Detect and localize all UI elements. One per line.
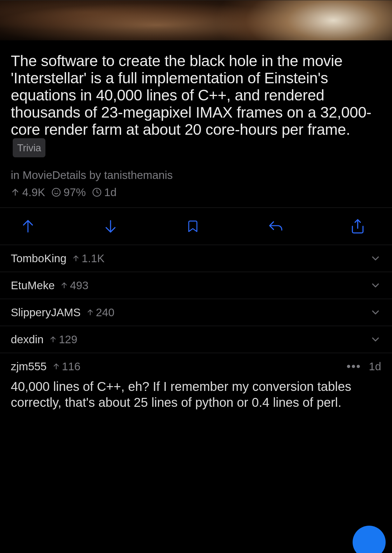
- post-stats: 4.9K 97% 1d: [11, 186, 381, 199]
- meta-by-prefix: by: [89, 169, 101, 181]
- comment-score-value: 240: [96, 306, 114, 319]
- arrow-up-icon: [86, 308, 94, 317]
- share-button[interactable]: [349, 217, 367, 235]
- bookmark-icon: [186, 217, 200, 235]
- arrow-up-icon: [11, 188, 20, 197]
- stat-age: 1d: [92, 186, 117, 199]
- author-link[interactable]: tanisthemanis: [104, 169, 173, 181]
- comment-score-value: 116: [62, 360, 80, 373]
- arrow-up-icon: [20, 217, 36, 236]
- svg-point-1: [52, 188, 60, 196]
- comment-score: 116: [52, 360, 80, 373]
- comment-score-value: 493: [70, 279, 88, 292]
- comment-username[interactable]: zjm555: [11, 360, 47, 373]
- post-title: The software to create the black hole in…: [11, 52, 381, 157]
- comment-score-value: 1.1K: [82, 252, 105, 265]
- reply-button[interactable]: [267, 217, 284, 235]
- subreddit-link[interactable]: MovieDetails: [23, 169, 86, 181]
- clock-icon: [92, 188, 102, 197]
- downvote-button[interactable]: [102, 217, 119, 235]
- meta-in-prefix: in: [11, 169, 19, 181]
- comment-score: 493: [60, 279, 88, 292]
- post-flair-tag[interactable]: Trivia: [13, 138, 45, 157]
- arrow-up-icon: [52, 362, 60, 371]
- comment-score: 129: [49, 333, 77, 346]
- chevron-down-icon[interactable]: [370, 307, 381, 318]
- comment-score: 1.1K: [72, 252, 105, 265]
- compose-fab-button[interactable]: [353, 526, 386, 553]
- post-action-bar: [0, 208, 392, 245]
- reply-arrow-icon: [267, 219, 284, 234]
- post-hero-image[interactable]: [0, 0, 392, 40]
- stat-upvotes: 4.9K: [11, 186, 45, 199]
- collapsed-comment-row[interactable]: SlipperyJAMS 240: [0, 299, 392, 326]
- comment-username[interactable]: EtuMeke: [11, 279, 55, 292]
- arrow-up-icon: [60, 281, 68, 290]
- more-options-button[interactable]: •••: [347, 360, 361, 373]
- stat-ratio: 97%: [51, 186, 86, 199]
- expanded-comment[interactable]: zjm555 116 ••• 1d 40,000 lines of C++, e…: [0, 353, 392, 410]
- comment-username[interactable]: TomboKing: [11, 252, 66, 265]
- chevron-down-icon[interactable]: [370, 334, 381, 345]
- share-icon: [350, 217, 366, 235]
- comment-score-value: 129: [59, 333, 77, 346]
- arrow-up-icon: [72, 254, 80, 263]
- chevron-down-icon[interactable]: [370, 280, 381, 291]
- collapsed-comment-row[interactable]: EtuMeke 493: [0, 272, 392, 299]
- chevron-down-icon[interactable]: [370, 253, 381, 264]
- collapsed-comment-row[interactable]: TomboKing 1.1K: [0, 245, 392, 272]
- post-age: 1d: [104, 186, 117, 199]
- post-meta: in MovieDetails by tanisthemanis: [11, 169, 381, 181]
- post-title-text: The software to create the black hole in…: [11, 52, 371, 138]
- comment-username[interactable]: dexdin: [11, 333, 44, 346]
- arrow-down-icon: [103, 217, 118, 236]
- upvote-button[interactable]: [19, 217, 37, 235]
- save-button[interactable]: [184, 217, 202, 235]
- comment-username[interactable]: SlipperyJAMS: [11, 306, 81, 319]
- collapsed-comment-row[interactable]: dexdin 129: [0, 326, 392, 353]
- arrow-up-icon: [49, 335, 57, 344]
- smile-icon: [51, 188, 61, 197]
- comment-score: 240: [86, 306, 114, 319]
- upvote-ratio: 97%: [64, 186, 86, 199]
- comment-body: 40,000 lines of C++, eh? If I remember m…: [11, 379, 381, 410]
- comment-age: 1d: [369, 360, 381, 373]
- upvote-count: 4.9K: [22, 186, 45, 199]
